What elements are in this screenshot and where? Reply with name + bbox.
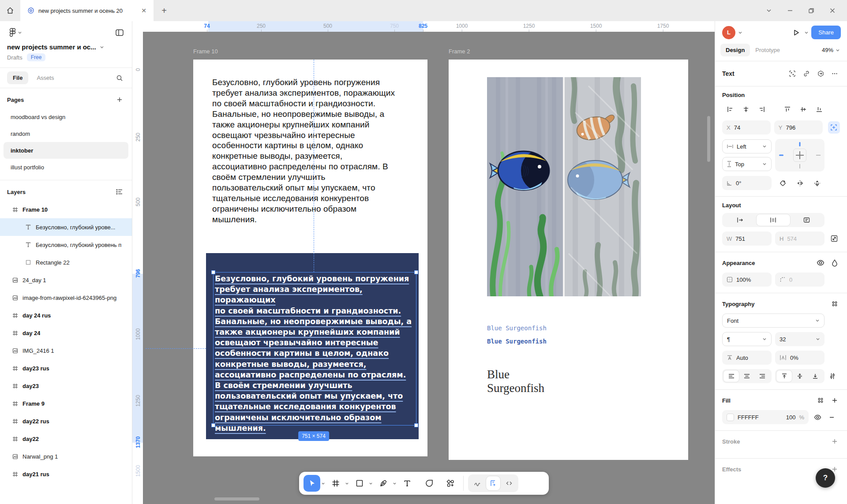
frame-tool-button[interactable] bbox=[327, 475, 344, 492]
page-item[interactable]: inktober bbox=[4, 142, 128, 159]
tab-design[interactable]: Design bbox=[720, 44, 750, 56]
frame-2[interactable]: Frame 2 bbox=[449, 60, 688, 460]
font-style-dropdown[interactable]: ¶ bbox=[722, 332, 772, 346]
layer-row[interactable]: day21 rus bbox=[0, 465, 132, 483]
fill-color-row[interactable]: FFFFFF 100 % bbox=[722, 410, 809, 424]
layer-row[interactable]: image-from-rawpixel-id-6243965-png bbox=[0, 289, 132, 306]
toggle-sidebar-button[interactable] bbox=[114, 27, 125, 38]
type-styles-button[interactable] bbox=[829, 299, 840, 309]
draw-annotate-button[interactable] bbox=[470, 476, 485, 491]
zoom-control[interactable]: 49% bbox=[822, 47, 840, 53]
canvas[interactable]: 742505007508251000125015001750 025050079… bbox=[132, 21, 715, 504]
opacity-field[interactable]: 100% bbox=[722, 273, 772, 287]
auto-layout-option[interactable] bbox=[790, 214, 823, 226]
page-item[interactable]: moodboard vs design bbox=[4, 108, 128, 125]
height-field[interactable]: H 574 bbox=[775, 231, 825, 246]
rotate-button[interactable] bbox=[775, 176, 790, 190]
fish-label-serif[interactable]: Blue Surgeonfish bbox=[487, 368, 544, 395]
component-styles-button[interactable] bbox=[787, 68, 798, 79]
pen-tool-chevron-icon[interactable] bbox=[392, 482, 397, 485]
fill-hex-value[interactable]: FFFFFF bbox=[738, 414, 759, 421]
apply-variable-button[interactable] bbox=[815, 68, 826, 79]
pen-tool-button[interactable] bbox=[375, 475, 392, 492]
add-page-button[interactable] bbox=[114, 94, 125, 105]
frame-tool-chevron-icon[interactable] bbox=[344, 482, 349, 485]
restore-button[interactable] bbox=[804, 3, 819, 18]
align-text-bottom-button[interactable] bbox=[808, 370, 823, 382]
align-v-center-button[interactable] bbox=[795, 103, 811, 116]
font-size-chevron-icon[interactable] bbox=[816, 337, 820, 341]
frame-10[interactable]: Frame 10 Безусловно, глубокий уровень по… bbox=[193, 60, 427, 456]
actions-tool-button[interactable] bbox=[442, 475, 459, 492]
present-chevron-icon[interactable] bbox=[804, 30, 809, 35]
rotation-field[interactable]: 0° bbox=[722, 176, 772, 190]
paragraph-text[interactable]: Безусловно, глубокий уровень погружения … bbox=[212, 77, 423, 225]
visibility-button[interactable] bbox=[815, 258, 826, 268]
layer-row[interactable]: Rectangle 22 bbox=[0, 254, 132, 271]
tab-file[interactable]: File bbox=[7, 71, 28, 84]
breadcrumb-location[interactable]: Drafts bbox=[7, 54, 22, 61]
tab-overflow-chevron-icon[interactable] bbox=[761, 3, 776, 18]
add-fill-button[interactable] bbox=[829, 395, 840, 406]
blend-mode-button[interactable] bbox=[829, 258, 840, 268]
layer-row[interactable]: day23 rus bbox=[0, 359, 132, 377]
layer-row[interactable]: Безусловно, глубокий урове... bbox=[0, 218, 132, 236]
measure-inspect-button[interactable] bbox=[486, 476, 501, 491]
layer-row[interactable]: day23 bbox=[0, 377, 132, 395]
close-window-button[interactable] bbox=[825, 3, 840, 18]
layer-row[interactable]: Frame 9 bbox=[0, 395, 132, 412]
fill-visibility-button[interactable] bbox=[812, 412, 823, 422]
layer-row[interactable]: 24_day 1 bbox=[0, 271, 132, 289]
align-left-button[interactable] bbox=[722, 103, 738, 116]
constraint-bottom[interactable] bbox=[799, 164, 800, 168]
selected-text-layer[interactable]: Безусловно, глубокий уровень погружения … bbox=[215, 273, 417, 433]
type-settings-button[interactable] bbox=[827, 371, 838, 381]
page-item[interactable]: illust portfolio bbox=[4, 159, 128, 175]
flip-horizontal-button[interactable] bbox=[792, 176, 807, 190]
letter-spacing-field[interactable]: 0% bbox=[775, 351, 825, 365]
hug-width-option[interactable] bbox=[723, 214, 757, 226]
shape-tool-chevron-icon[interactable] bbox=[368, 482, 373, 485]
width-field[interactable]: W 751 bbox=[722, 231, 772, 246]
remove-fill-button[interactable] bbox=[826, 412, 837, 422]
more-options-button[interactable] bbox=[829, 68, 840, 79]
text-tool-button[interactable] bbox=[399, 475, 416, 492]
rectangle-22[interactable]: Безусловно, глубокий уровень погружения … bbox=[206, 253, 419, 439]
layer-row[interactable]: day22 bbox=[0, 430, 132, 448]
constraint-top-active[interactable] bbox=[799, 142, 801, 146]
x-position-field[interactable]: X 74 bbox=[722, 120, 771, 134]
fish-label-mono-bold[interactable]: Blue Surgeonfish bbox=[487, 338, 547, 345]
active-file-tab[interactable]: new projects summer и осень 20 ✕ bbox=[20, 0, 154, 21]
constraint-left-active[interactable] bbox=[779, 155, 783, 156]
help-button[interactable]: ? bbox=[816, 468, 835, 488]
vertical-constraint-dropdown[interactable]: Top bbox=[722, 157, 772, 171]
file-title-chevron-icon[interactable] bbox=[100, 45, 104, 49]
file-title[interactable]: new projects summer и ос... bbox=[7, 43, 96, 51]
corner-radius-field[interactable]: 0 bbox=[775, 273, 825, 287]
layers-options-button[interactable] bbox=[114, 187, 125, 197]
layer-row[interactable]: IMG_2416 1 bbox=[0, 342, 132, 359]
tab-close-icon[interactable]: ✕ bbox=[139, 6, 148, 15]
y-position-field[interactable]: Y 796 bbox=[774, 120, 823, 134]
minimize-button[interactable] bbox=[783, 3, 798, 18]
font-family-dropdown[interactable]: Font bbox=[722, 314, 825, 328]
fill-color-swatch[interactable] bbox=[727, 414, 734, 421]
fill-styles-button[interactable] bbox=[815, 395, 826, 406]
move-tool-chevron-icon[interactable] bbox=[320, 482, 326, 485]
align-text-middle-button[interactable] bbox=[792, 370, 807, 382]
frame-2-label[interactable]: Frame 2 bbox=[449, 48, 470, 55]
flip-vertical-button[interactable] bbox=[810, 176, 825, 190]
text-align-right-button[interactable] bbox=[755, 370, 770, 382]
search-button[interactable] bbox=[114, 73, 125, 83]
tab-prototype[interactable]: Prototype bbox=[750, 44, 785, 56]
absolute-position-toggle[interactable] bbox=[828, 121, 840, 134]
align-text-top-button[interactable] bbox=[776, 370, 792, 382]
layer-row[interactable]: day 24 bbox=[0, 324, 132, 342]
constraint-right[interactable] bbox=[816, 155, 821, 156]
text-align-center-button[interactable] bbox=[739, 370, 754, 382]
fixed-width-option[interactable] bbox=[757, 214, 790, 226]
move-tool-button[interactable] bbox=[304, 475, 320, 492]
align-bottom-button[interactable] bbox=[811, 103, 827, 116]
layer-row[interactable]: day 24 rus bbox=[0, 306, 132, 324]
layer-row[interactable]: Безусловно, глубокий уровень п bbox=[0, 236, 132, 254]
